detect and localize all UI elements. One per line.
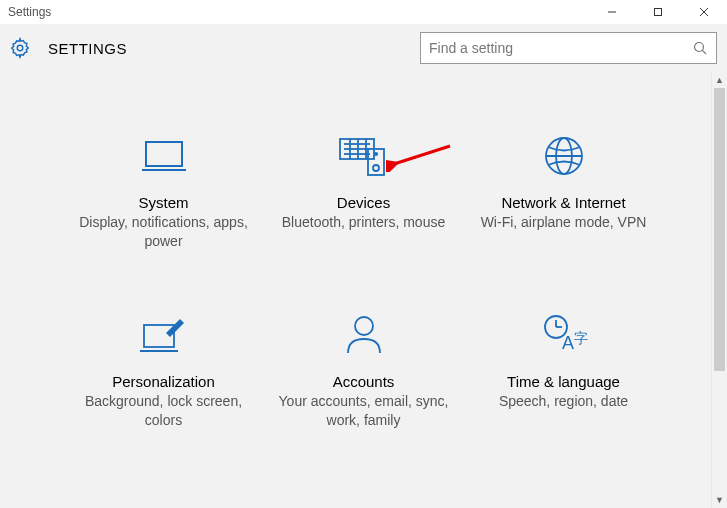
svg-line-6 xyxy=(702,50,706,54)
svg-point-17 xyxy=(373,165,379,171)
vertical-scrollbar[interactable]: ▲ ▼ xyxy=(711,72,727,508)
maximize-button[interactable] xyxy=(635,0,681,24)
scroll-down-arrow[interactable]: ▼ xyxy=(712,492,727,508)
tile-title: Personalization xyxy=(112,373,215,390)
svg-text:字: 字 xyxy=(574,330,588,346)
svg-rect-1 xyxy=(655,9,662,16)
personalization-icon xyxy=(140,311,188,359)
tile-desc: Display, notifications, apps, power xyxy=(79,213,249,251)
gear-icon xyxy=(8,36,32,60)
minimize-button[interactable] xyxy=(589,0,635,24)
tile-personalization[interactable]: Personalization Background, lock screen,… xyxy=(64,311,264,430)
tile-title: Accounts xyxy=(333,373,395,390)
category-grid: System Display, notifications, apps, pow… xyxy=(0,72,727,430)
scroll-thumb[interactable] xyxy=(714,88,725,371)
tile-devices[interactable]: Devices Bluetooth, printers, mouse xyxy=(264,132,464,251)
tile-desc: Bluetooth, printers, mouse xyxy=(282,213,445,232)
svg-line-2 xyxy=(700,8,708,16)
svg-point-24 xyxy=(355,317,373,335)
titlebar: Settings xyxy=(0,0,727,24)
search-box[interactable] xyxy=(420,32,717,64)
network-icon xyxy=(542,132,586,180)
tile-time-language[interactable]: A 字 Time & language Speech, region, date xyxy=(464,311,664,430)
close-button[interactable] xyxy=(681,0,727,24)
scroll-up-arrow[interactable]: ▲ xyxy=(712,72,727,88)
tile-network[interactable]: Network & Internet Wi-Fi, airplane mode,… xyxy=(464,132,664,251)
time-language-icon: A 字 xyxy=(540,311,588,359)
svg-text:A: A xyxy=(562,333,574,353)
svg-line-3 xyxy=(700,8,708,16)
search-input[interactable] xyxy=(429,40,692,56)
tile-title: Devices xyxy=(337,194,390,211)
scroll-track[interactable] xyxy=(712,88,727,492)
tile-title: Time & language xyxy=(507,373,620,390)
search-icon xyxy=(692,40,708,56)
window-title: Settings xyxy=(8,5,589,19)
tile-desc: Background, lock screen, colors xyxy=(79,392,249,430)
tile-accounts[interactable]: Accounts Your accounts, email, sync, wor… xyxy=(264,311,464,430)
tile-system[interactable]: System Display, notifications, apps, pow… xyxy=(64,132,264,251)
tile-title: System xyxy=(138,194,188,211)
tile-desc: Speech, region, date xyxy=(499,392,628,411)
svg-point-18 xyxy=(374,153,376,155)
header-bar: SETTINGS xyxy=(0,24,727,72)
devices-icon xyxy=(338,132,390,180)
tile-desc: Wi-Fi, airplane mode, VPN xyxy=(481,213,647,232)
svg-point-5 xyxy=(695,43,704,52)
page-title: SETTINGS xyxy=(48,40,420,57)
svg-point-4 xyxy=(17,45,23,51)
tile-desc: Your accounts, email, sync, work, family xyxy=(279,392,449,430)
svg-rect-7 xyxy=(146,142,182,166)
tile-title: Network & Internet xyxy=(501,194,625,211)
system-icon xyxy=(140,132,188,180)
accounts-icon xyxy=(344,311,384,359)
